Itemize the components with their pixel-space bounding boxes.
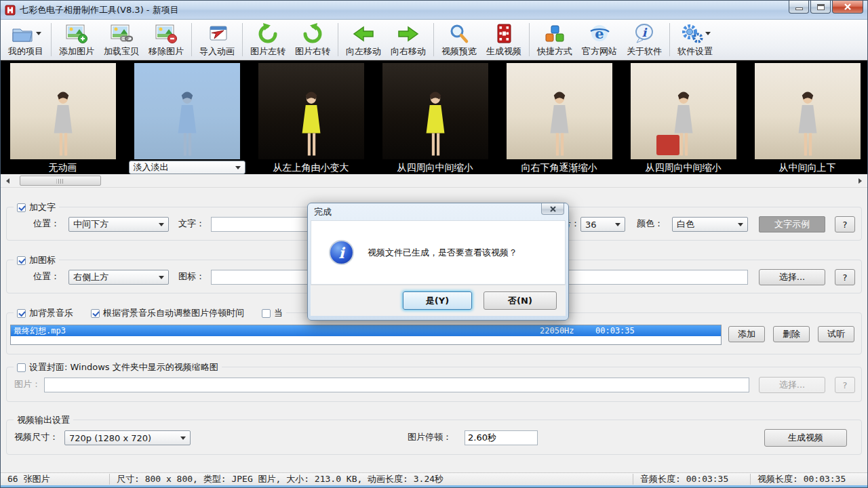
svg-text:e: e [595,25,604,42]
dialog-titlebar: 完成 [311,203,566,220]
toolbar-button-move-right[interactable]: 向右移动 [386,21,431,58]
font-color-select[interactable]: 白色 [672,217,748,232]
photo-thumbnail[interactable] [755,63,861,159]
cubes-icon [543,24,566,44]
toolbar-button-settings[interactable]: 软件设置 [673,21,717,58]
toolbar-separator [669,23,670,56]
toolbar-button-import-animation[interactable]: 导入动画 [195,21,239,58]
generate-video-button[interactable]: 生成视频 [764,429,847,447]
font-size-select[interactable]: 36 [580,217,625,232]
music-list[interactable]: 最终幻想.mp3 22050Hz 00:03:35 [10,325,722,345]
toolbar-separator [529,23,530,56]
cover-help-button[interactable]: ? [835,377,855,393]
photo-thumbnail[interactable] [134,63,240,159]
video-size-select[interactable]: 720p (868 x 488) [64,430,191,445]
video-output-group: 视频输出设置 视频尺寸： 720p (868 x 488) 图片停顿： 生成视… [6,420,862,455]
thumbnail-item[interactable]: 从四周向中间缩小 [373,60,497,174]
auto-adjust-checkbox[interactable] [91,309,100,318]
add-image-icon [65,23,88,44]
photo-thumbnail[interactable] [10,63,116,159]
music-delete-button[interactable]: 删除 [773,326,810,342]
thumbnail-item[interactable]: 从四周向中间缩小 [621,60,745,174]
partial-option-checkbox[interactable] [262,309,271,318]
icon-position-select[interactable]: 右侧上方 [68,270,169,285]
photo-thumbnail[interactable] [382,63,488,159]
toolbar-button-add-images[interactable]: 添加图片 [54,21,99,58]
cover-choose-button[interactable]: 选择... [759,377,825,393]
text-sample-button[interactable]: 文字示例 [759,216,825,232]
import-animation-icon [205,24,229,44]
thumbnail-item[interactable]: 向右下角逐渐缩小 [497,60,621,174]
toolbar-button-my-projects[interactable]: 我的项目 [3,21,48,58]
add-text-checkbox[interactable] [17,203,26,212]
scroll-right-button[interactable] [854,176,866,186]
photo-thumbnail[interactable] [631,63,736,159]
track-sample-rate: 22050Hz [540,325,574,336]
video-output-title: 视频输出设置 [17,414,70,426]
model-photo-placeholder [290,89,332,159]
magnifier-icon [448,23,471,44]
thumbnail-strip: 无动画 淡入淡出 从左上角由小变大 从四周向中间缩小 向右下角逐渐缩小 从四周向… [1,60,867,174]
thumbnail-item[interactable]: 从中间向上下 [745,60,867,174]
scrollbar-thumb[interactable] [20,176,101,186]
thumbnail-item-selected[interactable]: 淡入淡出 [125,60,249,174]
model-photo-placeholder [42,89,84,159]
text-position-label: 位置： [33,216,60,232]
add-icon-checkbox[interactable] [17,256,26,265]
toolbar-button-official-website[interactable]: e 官方网站 [577,21,622,58]
close-button[interactable] [832,1,863,14]
icon-choose-button[interactable]: 选择... [759,269,825,285]
close-icon [844,3,852,10]
toolbar-button-rotate-right[interactable]: 图片右转 [290,21,335,58]
minimize-icon [795,7,803,10]
pause-input[interactable] [465,430,538,445]
maximize-button[interactable] [810,1,831,14]
add-music-checkbox[interactable] [17,309,26,318]
toolbar-button-remove-images[interactable]: 移除图片 [144,21,189,58]
transition-select[interactable]: 淡入淡出 [129,161,245,174]
ie-icon: e [588,23,611,44]
dialog-yes-button[interactable]: 是(Y) [403,291,472,310]
toolbar-button-about[interactable]: i 关于软件 [622,21,667,58]
music-add-button[interactable]: 添加 [728,326,765,342]
rotate-left-icon [256,23,279,44]
toolbar-button-shortcut[interactable]: 快捷方式 [532,21,577,58]
add-text-label: 加文字 [29,201,56,214]
track-duration: 00:03:35 [595,325,635,336]
music-list-row-selected[interactable]: 最终幻想.mp3 22050Hz 00:03:35 [11,325,721,336]
cover-image-input[interactable] [44,378,749,392]
completion-dialog: 完成 i 视频文件已生成，是否要查看该视频？ 是(Y) 否(N) [307,203,569,321]
remove-image-icon [155,23,178,44]
thumbnail-item[interactable]: 从左上角由小变大 [249,60,373,174]
chevron-down-icon [615,223,620,226]
window-title: 七彩色电子相册制作工具(V8.3) - 新项目 [20,4,179,16]
minimize-button[interactable] [789,1,809,14]
app-window: 七彩色电子相册制作工具(V8.3) - 新项目 我的项目 添加图片 加载宝贝 移… [0,0,868,488]
text-position-select[interactable]: 中间下方 [68,217,169,232]
photo-thumbnail[interactable] [258,63,364,159]
thumbnail-item[interactable]: 无动画 [1,60,125,174]
icon-help-button[interactable]: ? [835,269,855,285]
toolbar-button-generate-video[interactable]: 生成视频 [481,21,526,58]
toolbar-separator [51,23,52,56]
add-icon-label: 加图标 [29,254,56,266]
thumbnail-scrollbar[interactable] [1,174,867,188]
animation-label: 无动画 [49,161,77,174]
toolbar-separator [433,23,434,56]
scroll-left-button[interactable] [2,176,14,186]
toolbar-button-move-left[interactable]: 向左移动 [341,21,386,58]
cover-checkbox[interactable] [17,363,26,372]
rotate-right-icon [301,23,324,44]
text-help-button[interactable]: ? [835,216,855,232]
icon-position-label: 位置： [33,268,60,285]
toolbar-button-rotate-left[interactable]: 图片左转 [245,21,290,58]
dialog-no-button[interactable]: 否(N) [484,291,557,310]
toolbar-button-load-taobao-items[interactable]: 加载宝贝 [99,21,144,58]
dialog-close-button[interactable] [541,203,564,215]
partial-option-label: 当 [274,307,283,319]
music-preview-button[interactable]: 试听 [818,326,854,342]
photo-thumbnail[interactable] [507,63,612,159]
pause-label: 图片停顿： [408,429,452,445]
status-image-info: 尺寸: 800 x 800, 类型: JPEG 图片, 大小: 213.0 KB… [110,473,633,485]
toolbar-button-video-preview[interactable]: 视频预览 [437,21,481,58]
